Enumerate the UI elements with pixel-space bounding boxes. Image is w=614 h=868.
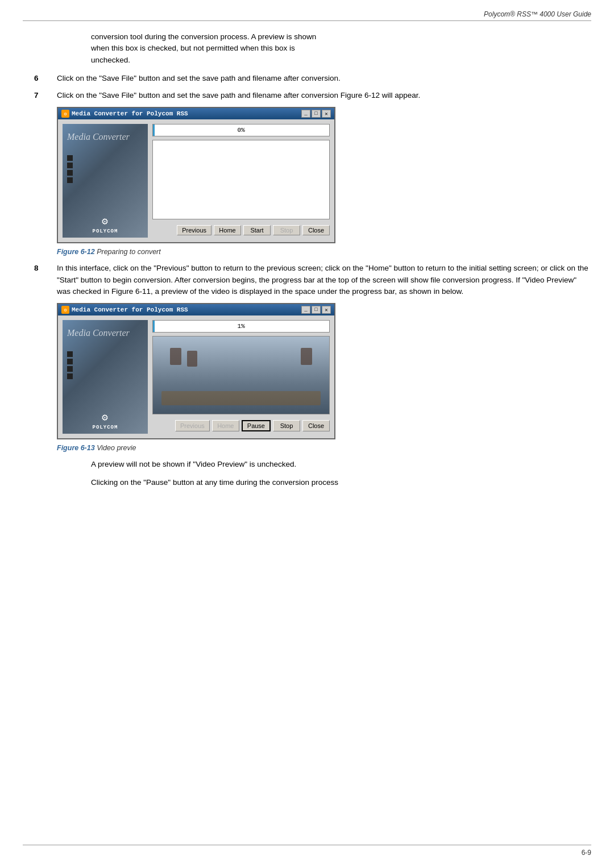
panel-squares-2 — [67, 351, 73, 379]
close-button-window-2[interactable]: Close — [302, 420, 330, 431]
top-border-line — [23, 20, 591, 21]
progress-bar-2: 1% — [152, 320, 330, 333]
minimize-button-1[interactable]: _ — [301, 110, 310, 118]
minimize-button-2[interactable]: _ — [301, 306, 310, 314]
square-3 — [67, 170, 73, 176]
window-title-2: Media Converter for Polycom RSS — [72, 306, 188, 313]
square-4 — [67, 177, 73, 183]
close-button-window-1[interactable]: Close — [302, 225, 330, 235]
figure-12-container: ⚙ Media Converter for Polycom RSS _ □ ✕ … — [57, 107, 591, 243]
figure-12-caption: Figure 6-12 Preparing to convert — [57, 248, 591, 256]
titlebar-left-1: ⚙ Media Converter for Polycom RSS — [61, 110, 188, 118]
home-button-1[interactable]: Home — [214, 225, 241, 235]
step-8-text: In this interface, click on the "Previou… — [57, 263, 591, 297]
close-button-2[interactable]: ✕ — [322, 306, 331, 314]
start-button-1[interactable]: Start — [243, 225, 271, 235]
titlebar-left-2: ⚙ Media Converter for Polycom RSS — [61, 306, 188, 314]
previous-button-1[interactable]: Previous — [177, 225, 211, 235]
step-7-text: Click on the "Save File" button and set … — [57, 90, 591, 101]
step-8-number: 8 — [23, 263, 57, 297]
intro-text-line2: when this box is checked, but not permit… — [91, 44, 295, 52]
panel-title-2: Media Converter — [67, 328, 130, 338]
progress-text-1: 0% — [155, 127, 327, 134]
window-controls-1[interactable]: _ □ ✕ — [301, 110, 331, 118]
footer-para-2: Clicking on the "Pause" button at any ti… — [91, 477, 591, 488]
pause-button-2[interactable]: Pause — [242, 420, 271, 431]
left-panel-2: Media Converter ⚙ POLYCOM — [63, 320, 148, 434]
left-panel-1: Media Converter ⚙ POLYCOM — [63, 124, 148, 238]
progress-fill-1 — [153, 124, 155, 136]
content-area-2 — [152, 336, 330, 414]
panel-logo-1: ⚙ POLYCOM — [63, 215, 148, 234]
step-6-text: Click on the "Save File" button and set … — [57, 73, 591, 84]
square-1 — [67, 155, 73, 161]
panel-squares-1 — [67, 155, 73, 183]
intro-block: conversion tool during the conversion pr… — [91, 31, 591, 66]
button-row-2: Previous Home Pause Stop Close — [152, 418, 330, 434]
step-8: 8 In this interface, click on the "Previ… — [23, 263, 591, 297]
media-converter-window-2: ⚙ Media Converter for Polycom RSS _ □ ✕ … — [57, 303, 335, 439]
step-7: 7 Click on the "Save File" button and se… — [23, 90, 591, 101]
person-silhouette-3 — [301, 348, 312, 365]
square-2 — [67, 163, 73, 168]
intro-text-line3: unchecked. — [91, 56, 130, 64]
square-8 — [67, 373, 73, 379]
square-6 — [67, 359, 73, 364]
figure-13-number: Figure 6-13 — [57, 444, 95, 452]
square-5 — [67, 351, 73, 357]
main-content: conversion tool during the conversion pr… — [23, 31, 591, 496]
figure-13-description: Video previe — [97, 444, 136, 452]
media-converter-window-1: ⚙ Media Converter for Polycom RSS _ □ ✕ … — [57, 107, 335, 243]
bottom-border-line — [23, 845, 591, 845]
button-row-1: Previous Home Start Stop Close — [152, 223, 330, 238]
panel-logo-2: ⚙ POLYCOM — [63, 411, 148, 430]
window-body-2: Media Converter ⚙ POLYCOM — [58, 315, 334, 438]
square-7 — [67, 366, 73, 372]
window-body-1: Media Converter ⚙ POLYCOM — [58, 119, 334, 242]
footer-para-1: A preview will not be shown if "Video Pr… — [91, 459, 591, 470]
maximize-button-2[interactable]: □ — [312, 306, 321, 314]
step-6: 6 Click on the "Save File" button and se… — [23, 73, 591, 84]
person-silhouette-1 — [170, 348, 181, 365]
content-area-1 — [152, 140, 330, 219]
home-button-2: Home — [212, 420, 239, 431]
progress-text-2: 1% — [155, 323, 327, 330]
window-titlebar-2: ⚙ Media Converter for Polycom RSS _ □ ✕ — [58, 304, 334, 315]
right-panel-2: 1% Previous Home Pau — [152, 320, 330, 434]
progress-fill-2 — [153, 321, 155, 332]
window-titlebar-1: ⚙ Media Converter for Polycom RSS _ □ ✕ — [58, 108, 334, 119]
page-header: Polycom® RSS™ 4000 User Guide — [484, 10, 591, 18]
window-title-1: Media Converter for Polycom RSS — [72, 110, 188, 117]
right-panel-1: 0% Previous Home Start Stop Close — [152, 124, 330, 238]
window-controls-2[interactable]: _ □ ✕ — [301, 306, 331, 314]
window-icon-1: ⚙ — [61, 110, 69, 118]
panel-title-1: Media Converter — [67, 132, 130, 142]
figure-12-desc-text: Preparing to convert — [97, 248, 161, 256]
figure-13-container: ⚙ Media Converter for Polycom RSS _ □ ✕ … — [57, 303, 591, 439]
window-icon-2: ⚙ — [61, 306, 69, 314]
page-number: 6-9 — [582, 849, 591, 857]
step-7-number: 7 — [23, 90, 57, 101]
figure-13-caption: Figure 6-13 Video previe — [57, 444, 591, 452]
intro-text-line1: conversion tool during the conversion pr… — [91, 32, 316, 41]
previous-button-2: Previous — [175, 420, 210, 431]
person-silhouette-2 — [187, 351, 197, 367]
step-6-number: 6 — [23, 73, 57, 84]
stop-button-1: Stop — [273, 225, 300, 235]
video-table — [161, 391, 321, 405]
close-button-1[interactable]: ✕ — [322, 110, 331, 118]
stop-button-2[interactable]: Stop — [273, 420, 300, 431]
figure-12-number: Figure 6-12 — [57, 248, 95, 256]
maximize-button-1[interactable]: □ — [312, 110, 321, 118]
progress-bar-1: 0% — [152, 124, 330, 136]
